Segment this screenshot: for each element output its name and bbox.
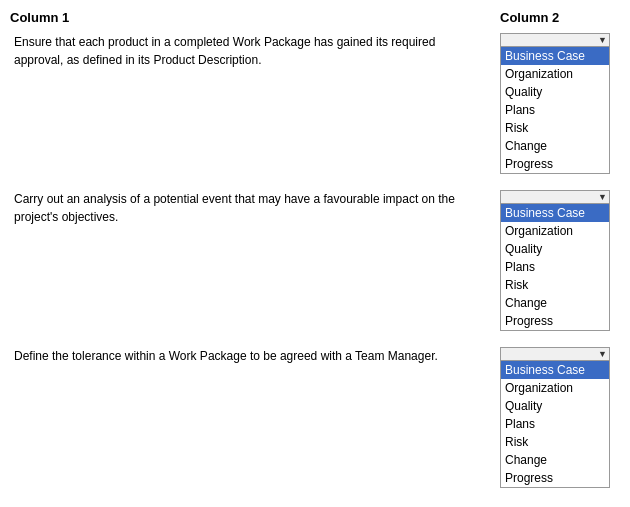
dropdown-option-2-2[interactable]: Quality: [501, 240, 609, 258]
dropdown-option-2-4[interactable]: Risk: [501, 276, 609, 294]
dropdown-list-2: Business Case Organization Quality Plans…: [500, 203, 610, 331]
question-text-2: Carry out an analysis of a potential eve…: [10, 190, 500, 226]
dropdown-container-1: ▼ Business Case Organization Quality Pla…: [500, 33, 620, 174]
chevron-down-icon-1[interactable]: ▼: [598, 35, 607, 45]
question-row-1: Ensure that each product in a completed …: [10, 33, 620, 174]
main-container: Column 1 Column 2 Ensure that each produ…: [10, 10, 620, 504]
dropdown-option-2-5[interactable]: Change: [501, 294, 609, 312]
dropdown-wrapper-3: ▼ Business Case Organization Quality Pla…: [500, 347, 610, 488]
chevron-down-icon-3[interactable]: ▼: [598, 349, 607, 359]
dropdown-top-3[interactable]: ▼: [500, 347, 610, 360]
dropdown-option-1-1[interactable]: Organization: [501, 65, 609, 83]
question-row-3: Define the tolerance within a Work Packa…: [10, 347, 620, 488]
dropdown-option-2-3[interactable]: Plans: [501, 258, 609, 276]
dropdown-option-3-0[interactable]: Business Case: [501, 361, 609, 379]
header-row: Column 1 Column 2: [10, 10, 620, 25]
dropdown-option-3-2[interactable]: Quality: [501, 397, 609, 415]
dropdown-option-1-6[interactable]: Progress: [501, 155, 609, 173]
question-text-1: Ensure that each product in a completed …: [10, 33, 500, 69]
dropdown-option-1-5[interactable]: Change: [501, 137, 609, 155]
dropdown-option-3-1[interactable]: Organization: [501, 379, 609, 397]
chevron-down-icon-2[interactable]: ▼: [598, 192, 607, 202]
dropdown-wrapper-2: ▼ Business Case Organization Quality Pla…: [500, 190, 610, 331]
dropdown-top-1[interactable]: ▼: [500, 33, 610, 46]
dropdown-wrapper-1: ▼ Business Case Organization Quality Pla…: [500, 33, 610, 174]
dropdown-list-3: Business Case Organization Quality Plans…: [500, 360, 610, 488]
dropdown-option-2-6[interactable]: Progress: [501, 312, 609, 330]
column1-header: Column 1: [10, 10, 500, 25]
dropdown-option-1-0[interactable]: Business Case: [501, 47, 609, 65]
dropdown-option-3-3[interactable]: Plans: [501, 415, 609, 433]
dropdown-option-2-0[interactable]: Business Case: [501, 204, 609, 222]
dropdown-option-3-6[interactable]: Progress: [501, 469, 609, 487]
question-text-3: Define the tolerance within a Work Packa…: [10, 347, 500, 365]
dropdown-container-3: ▼ Business Case Organization Quality Pla…: [500, 347, 620, 488]
question-row-2: Carry out an analysis of a potential eve…: [10, 190, 620, 331]
dropdown-option-3-4[interactable]: Risk: [501, 433, 609, 451]
dropdown-option-1-3[interactable]: Plans: [501, 101, 609, 119]
dropdown-list-1: Business Case Organization Quality Plans…: [500, 46, 610, 174]
dropdown-top-2[interactable]: ▼: [500, 190, 610, 203]
dropdown-option-3-5[interactable]: Change: [501, 451, 609, 469]
dropdown-container-2: ▼ Business Case Organization Quality Pla…: [500, 190, 620, 331]
column2-header: Column 2: [500, 10, 620, 25]
dropdown-option-1-2[interactable]: Quality: [501, 83, 609, 101]
dropdown-option-2-1[interactable]: Organization: [501, 222, 609, 240]
dropdown-option-1-4[interactable]: Risk: [501, 119, 609, 137]
